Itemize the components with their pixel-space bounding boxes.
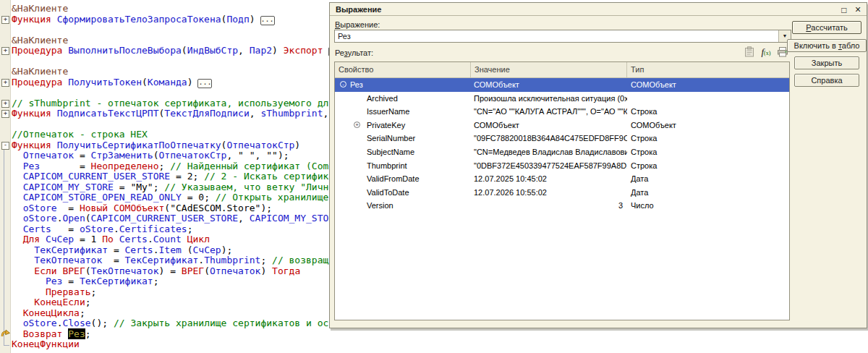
property-name: IssuerName: [335, 105, 409, 119]
fold-plus-icon[interactable]: +: [1, 79, 9, 87]
property-name: Thumbprint: [335, 159, 407, 173]
clipboard-icon[interactable]: [742, 46, 757, 58]
table-row[interactable]: ArchivedПроизошла исключительная ситуаци…: [335, 92, 789, 106]
table-row[interactable]: SubjectName"CN=Медведев Владислав Владис…: [335, 145, 789, 159]
property-value: СОМОбъект: [471, 78, 627, 92]
property-name: Version: [335, 199, 393, 213]
expression-value: Рез: [338, 30, 351, 42]
add-to-watch-button[interactable]: Включить в табло: [787, 39, 867, 52]
property-value: "09FC78820018B364A84C475EDFD8FF9C43": [471, 132, 627, 145]
evaluated-expression-highlight: Рез: [68, 328, 85, 339]
result-label: Результат:: [335, 48, 373, 58]
table-row[interactable]: +PrivateKeyСОМОбъектСОМОбъект: [335, 119, 789, 132]
property-name: PrivateKey: [335, 119, 405, 132]
fold-plus-icon[interactable]: +: [1, 110, 9, 118]
fold-plus-icon[interactable]: +: [1, 16, 9, 24]
collapsed-code-marker[interactable]: ...: [197, 79, 212, 88]
table-row[interactable]: Version3Число: [335, 199, 789, 213]
property-type: Число: [627, 199, 789, 213]
property-name: SerialNumber: [335, 132, 415, 145]
property-name: Archived: [335, 92, 398, 106]
property-type: Дата: [627, 186, 789, 200]
expression-dialog: Выражение □ × Выражение: Рез ▼ Результат…: [329, 2, 867, 328]
expression-label: Выражение:: [335, 20, 380, 30]
property-value: "0DBF372E450339477524EAF587F99A8D141…: [471, 159, 627, 173]
code-line[interactable]: КонецФункции: [12, 339, 868, 350]
column-header-type[interactable]: Тип: [627, 62, 789, 77]
property-type: Строка: [627, 132, 789, 145]
property-type: СОМОбъект: [627, 119, 789, 132]
property-value: Произошла исключительная ситуация (0x80…: [471, 92, 627, 106]
result-table: Свойство Значение Тип -РезСОМОбъектСОМОб…: [334, 61, 790, 320]
property-name: ValidFromDate: [335, 172, 420, 186]
calculate-button[interactable]: Рассчитать: [792, 21, 861, 34]
property-type: Строка: [627, 159, 789, 173]
property-type: Строка: [627, 145, 789, 159]
property-type: [627, 92, 789, 106]
debug-current-line-icon: [1, 329, 10, 339]
property-name: SubjectName: [335, 145, 414, 159]
table-row[interactable]: ValidToDate12.07.2026 10:55:02Дата: [335, 186, 789, 200]
property-value: 12.07.2026 10:55:02: [471, 186, 627, 200]
column-header-property[interactable]: Свойство: [335, 62, 471, 77]
fold-plus-icon[interactable]: +: [1, 47, 9, 55]
fold-minus-icon[interactable]: -: [1, 142, 9, 150]
dialog-titlebar[interactable]: Выражение □ ×: [330, 3, 867, 16]
property-value: 3: [471, 199, 627, 213]
close-button[interactable]: Закрыть: [794, 56, 859, 69]
table-header: Свойство Значение Тип: [335, 62, 789, 78]
code-block-bracket: [4, 149, 9, 346]
code-line[interactable]: Возврат Рез;: [12, 329, 868, 340]
editor-gutter: +++++-: [0, 0, 11, 353]
maximize-icon[interactable]: □: [838, 4, 850, 17]
expression-input[interactable]: Рез ▼: [334, 30, 791, 43]
dialog-title: Выражение: [336, 5, 381, 14]
table-row[interactable]: IssuerName"CN="АО ""КАЛУГА АСТРАЛ""", О=…: [335, 105, 789, 119]
collapsed-code-marker[interactable]: ...: [260, 16, 275, 25]
property-name: Рез: [335, 78, 363, 92]
property-type: СОМОбъект: [627, 78, 789, 92]
property-value: СОМОбъект: [471, 119, 627, 132]
fx-icon[interactable]: f(x): [759, 46, 773, 58]
property-type: Строка: [627, 105, 789, 119]
collapse-minus-icon[interactable]: -: [340, 81, 346, 88]
table-row[interactable]: ValidFromDate12.07.2025 10:45:02Дата: [335, 172, 789, 186]
fold-plus-icon[interactable]: +: [1, 100, 9, 108]
property-value: "CN="АО ""КАЛУГА АСТРАЛ""", О="АО ""К…: [471, 105, 627, 119]
property-value: "CN=Медведев Владислав Владиславович, …: [471, 145, 627, 159]
table-row[interactable]: Thumbprint"0DBF372E450339477524EAF587F99…: [335, 159, 789, 173]
property-name: ValidToDate: [335, 186, 409, 200]
property-value: 12.07.2025 10:45:02: [471, 172, 627, 186]
expand-plus-icon[interactable]: +: [354, 122, 360, 128]
table-row[interactable]: SerialNumber"09FC78820018B364A84C475EDFD…: [335, 132, 789, 145]
close-icon[interactable]: ×: [852, 3, 864, 16]
help-button[interactable]: Справка: [794, 74, 859, 87]
property-type: Дата: [627, 172, 789, 186]
column-header-value[interactable]: Значение: [471, 62, 627, 77]
table-row[interactable]: -РезСОМОбъектСОМОбъект: [335, 78, 789, 92]
screen: +++++- &НаКлиентеФункция СформироватьТел…: [0, 0, 868, 353]
